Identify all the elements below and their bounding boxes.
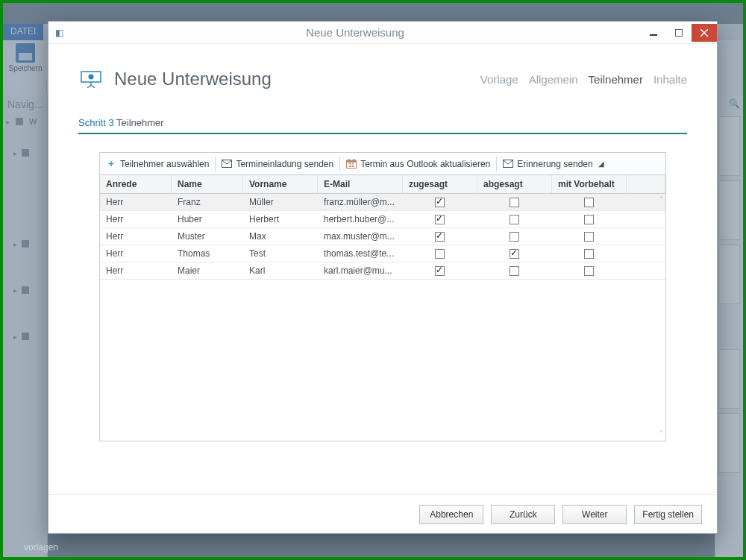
table-row[interactable]: HerrHuberHerbertherbert.huber@... [100,211,665,228]
checkbox[interactable] [510,249,519,259]
cell-name: Maier [172,262,243,279]
col-zugesagt[interactable]: zugesagt [403,175,477,193]
svg-text:31: 31 [348,163,354,168]
scroll-up-icon: ˄ [659,195,664,205]
col-email[interactable]: E-Mail [318,175,403,193]
cell-email: karl.maier@mu... [318,262,403,279]
col-vorbehalt[interactable]: mit Vorbehalt [552,175,627,193]
dialog-neue-unterweisung: ◧ Neue Unterweisung Neue Unterweisung [48,21,718,534]
minimize-button[interactable] [641,24,666,42]
table-body[interactable]: ˄ ˅ HerrFranzMüllerfranz.müller@m...Herr… [100,194,665,441]
table-row[interactable]: HerrThomasTestthomas.test@te... [100,245,665,262]
cell-email: max.muster@m... [318,228,403,245]
cell-anrede: Herr [100,228,172,245]
table-row[interactable]: HerrMusterMaxmax.muster@m... [100,228,665,245]
table-row[interactable]: HerrFranzMüllerfranz.müller@m... [100,194,665,211]
checkbox[interactable] [510,266,519,276]
tab-teilnehmer[interactable]: Teilnehmer [589,73,643,86]
checkbox[interactable] [435,198,445,207]
select-participants-button[interactable]: ＋ Teilnehmer auswählen [100,153,215,174]
cell-email: franz.müller@m... [318,194,403,210]
col-abgesagt[interactable]: abgesagt [477,175,552,193]
scroll-down-icon: ˅ [659,430,664,439]
bg-footer-text: vorlagen [24,542,58,553]
table-header: Anrede Name Vorname E-Mail zugesagt abge… [100,175,665,194]
finish-button[interactable]: Fertig stellen [634,505,702,524]
svg-rect-12 [348,159,350,161]
app-icon: ◧ [48,28,69,38]
checkbox[interactable] [435,232,445,242]
cancel-button[interactable]: Abbrechen [419,505,483,524]
cell-name: Franz [172,194,243,210]
svg-rect-0 [650,34,657,36]
svg-rect-1 [675,29,683,37]
checkbox[interactable] [584,198,594,207]
col-name[interactable]: Name [172,175,243,193]
checkbox[interactable] [435,249,445,259]
step-label: Schritt 3 Teilnehmer [78,117,687,128]
cell-anrede: Herr [100,262,172,279]
envelope-icon [503,159,513,169]
cell-email: thomas.test@te... [318,245,403,262]
tab-inhalte[interactable]: Inhalte [653,73,687,86]
tab-allgemein[interactable]: Allgemein [529,73,578,86]
checkbox[interactable] [510,198,519,207]
cell-vorname: Max [243,228,318,245]
cell-name: Muster [172,228,243,245]
back-button[interactable]: Zurück [491,505,555,524]
maximize-button[interactable] [666,24,692,42]
cell-vorname: Herbert [243,211,318,227]
cell-anrede: Herr [100,211,172,227]
checkbox[interactable] [584,249,594,259]
checkbox[interactable] [510,232,519,242]
checkbox[interactable] [435,215,445,224]
tab-vorlage[interactable]: Vorlage [480,73,518,86]
checkbox[interactable] [435,266,445,276]
cell-anrede: Herr [100,245,172,262]
plus-icon: ＋ [106,159,116,169]
cell-name: Huber [172,211,243,227]
cell-anrede: Herr [100,194,172,210]
checkbox[interactable] [584,215,594,224]
col-vorname[interactable]: Vorname [243,175,318,193]
checkbox[interactable] [584,266,594,276]
send-invite-button[interactable]: Termineinladung senden [216,153,339,174]
wizard-tabs: Vorlage Allgemein Teilnehmer Inhalte [480,73,687,86]
svg-line-7 [87,85,91,88]
calendar-icon: 31 [346,159,357,169]
participants-table: ＋ Teilnehmer auswählen Termineinladung s… [99,152,666,441]
refresh-outlook-button[interactable]: 31 Termin aus Outlook aktualisieren [340,153,496,174]
presentation-icon [78,66,104,92]
next-button[interactable]: Weiter [562,505,627,524]
svg-line-8 [91,85,95,88]
cell-name: Thomas [172,245,243,262]
close-button[interactable] [692,24,717,42]
checkbox[interactable] [584,232,594,242]
dropdown-arrow-icon: ◢ [598,160,604,168]
cell-email: herbert.huber@... [318,211,403,227]
dialog-title: Neue Unterweisung [69,26,641,39]
send-reminder-button[interactable]: Erinnerung senden ◢ [497,153,609,174]
checkbox[interactable] [510,215,519,224]
dialog-titlebar[interactable]: ◧ Neue Unterweisung [48,22,717,44]
cell-vorname: Test [243,245,318,262]
cell-vorname: Karl [243,262,318,279]
svg-point-5 [89,75,94,80]
envelope-icon [222,159,232,169]
svg-rect-13 [354,159,355,161]
table-row[interactable]: HerrMaierKarlkarl.maier@mu... [100,262,665,280]
cell-vorname: Müller [243,194,318,210]
dialog-heading: Neue Unterweisung [114,69,272,89]
col-anrede[interactable]: Anrede [100,175,172,193]
